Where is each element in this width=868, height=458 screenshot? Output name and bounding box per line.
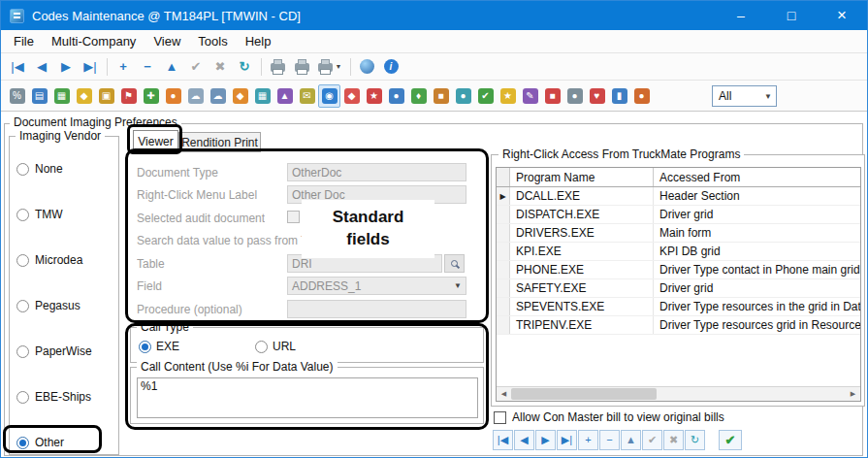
table-row[interactable]: DRIVERS.EXEMain form xyxy=(497,224,860,243)
table-lookup-button[interactable] xyxy=(444,254,465,273)
cloud-icon[interactable]: ☁ xyxy=(184,84,207,108)
grid-delete-icon[interactable]: − xyxy=(599,430,620,450)
vendor-option-paperwise[interactable]: PaperWise xyxy=(16,344,92,359)
add-code-icon[interactable]: ✚ xyxy=(140,84,162,108)
maximize-button[interactable]: □ xyxy=(766,1,817,30)
refresh-icon[interactable]: ↻ xyxy=(233,55,256,79)
cancel-edit-icon[interactable]: ✖ xyxy=(209,55,232,79)
vendor-option-pegasus[interactable]: Pegasus xyxy=(16,298,80,313)
report-icon[interactable]: ▤ xyxy=(28,84,50,108)
vendor-option-ebe-ships[interactable]: EBE-Ships xyxy=(16,389,91,405)
percent-icon[interactable]: % xyxy=(6,84,28,108)
edit-record-icon[interactable]: ▲ xyxy=(160,55,183,79)
approve-icon[interactable]: ✔ xyxy=(474,84,497,108)
document-imaging-icon[interactable]: ◉ xyxy=(318,84,340,108)
table-row[interactable]: KPI.EXEKPI DB grid xyxy=(497,243,860,261)
scrollbar-track[interactable] xyxy=(511,387,846,401)
print-preview-icon[interactable] xyxy=(290,55,313,79)
grid-post-icon[interactable]: ✔ xyxy=(642,430,662,450)
table-row[interactable]: DISPATCH.EXEDriver grid xyxy=(497,206,860,224)
vendor-option-none[interactable]: None xyxy=(16,161,63,177)
minimize-button[interactable]: – xyxy=(716,1,766,30)
globe-icon[interactable]: ● xyxy=(385,84,407,108)
nav-next-icon[interactable]: ▶ xyxy=(54,55,78,79)
table-row[interactable]: SAFETY.EXEDriver grid xyxy=(497,279,860,298)
call-type-option-exe[interactable]: EXE xyxy=(139,339,179,354)
tab-viewer[interactable]: Viewer xyxy=(133,130,178,152)
scroll-left-icon[interactable]: ◀ xyxy=(497,387,511,401)
flag-icon[interactable]: ⚑ xyxy=(117,84,140,108)
table-row[interactable]: SPEVENTS.EXEDriver Type resources in the… xyxy=(497,298,860,316)
about-icon[interactable]: i xyxy=(379,55,402,79)
menu-item-view[interactable]: View xyxy=(145,30,189,52)
grid-last-icon[interactable]: ▶| xyxy=(557,430,577,450)
grid-next-icon[interactable]: ▶ xyxy=(535,430,556,450)
program-name-header[interactable]: Program Name xyxy=(510,168,654,186)
chart-icon[interactable]: ▲ xyxy=(273,84,296,108)
row-marker-cell xyxy=(497,298,510,315)
pin-icon[interactable]: ★ xyxy=(363,84,385,108)
vendor-option-other[interactable]: Other xyxy=(16,435,64,450)
vendor-option-tmw[interactable]: TMW xyxy=(16,207,63,222)
table-row[interactable]: ▶DCALL.EXEHeader Section xyxy=(497,187,860,206)
menu-item-tools[interactable]: Tools xyxy=(189,30,236,52)
accessed-from-header[interactable]: Accessed From xyxy=(654,168,860,186)
nav-last-icon[interactable]: ▶| xyxy=(79,55,102,79)
grid-cancel-icon[interactable]: ✖ xyxy=(663,430,684,450)
grid-insert-icon[interactable]: + xyxy=(578,430,598,450)
audit-document-checkbox[interactable] xyxy=(287,211,300,223)
wrench-icon[interactable]: ◆ xyxy=(229,84,251,108)
table-row[interactable]: TRIPENV.EXEDriver Type resources grid in… xyxy=(497,316,860,335)
heart-icon[interactable]: ♥ xyxy=(586,84,608,108)
insert-record-icon[interactable]: + xyxy=(112,55,135,79)
call-type-groupbox: Call Type EXEURL xyxy=(130,327,484,363)
post-edit-icon[interactable]: ✔ xyxy=(184,55,208,79)
document-type-input[interactable] xyxy=(287,163,466,181)
tag-icon[interactable]: ◆ xyxy=(340,84,363,108)
green-check-icon: ✔ xyxy=(725,433,736,447)
horizontal-scrollbar[interactable]: ◀ ▶ xyxy=(497,386,860,401)
print-options-icon[interactable]: ▼ xyxy=(314,55,345,79)
star-icon[interactable]: ★ xyxy=(497,84,519,108)
menu-item-file[interactable]: File xyxy=(5,30,43,52)
leaf-icon[interactable]: ♦ xyxy=(407,84,430,108)
call-type-option-url[interactable]: URL xyxy=(255,339,296,354)
module-filter-dropdown[interactable]: All ▼ xyxy=(712,85,777,107)
shield-icon[interactable]: ◆ xyxy=(73,84,95,108)
bell-icon[interactable]: ● xyxy=(162,84,184,108)
sphere-icon[interactable]: ● xyxy=(630,84,653,108)
menu-item-multi-company[interactable]: Multi-Company xyxy=(43,30,145,52)
gear-icon[interactable]: ● xyxy=(563,84,586,108)
grid-refresh-icon[interactable]: ↻ xyxy=(685,430,705,450)
close-button[interactable]: × xyxy=(817,1,867,30)
grid-first-icon[interactable]: |◀ xyxy=(493,430,513,450)
database-icon[interactable]: ▮ xyxy=(608,84,630,108)
edit-pencil-icon[interactable]: ✎ xyxy=(519,84,541,108)
print-icon[interactable] xyxy=(266,55,289,79)
call-content-textarea[interactable]: %1 xyxy=(137,377,478,418)
table-row[interactable]: PHONE.EXEDriver Type contact in Phone ma… xyxy=(497,261,860,279)
delete-record-icon[interactable]: − xyxy=(136,55,159,79)
nav-first-icon[interactable]: |◀ xyxy=(6,55,29,79)
tab-rendition-print[interactable]: Rendition Print xyxy=(178,132,261,152)
cloud-upload-icon[interactable]: ☁ xyxy=(207,84,229,108)
procedure-input[interactable] xyxy=(287,300,466,318)
grid-prior-icon[interactable]: ◀ xyxy=(514,430,534,450)
lock-icon[interactable]: ▣ xyxy=(95,84,117,108)
field-dropdown[interactable]: ADDRESS_1 ▼ xyxy=(287,277,466,295)
schedule-icon[interactable]: ▦ xyxy=(50,84,73,108)
scrollbar-thumb[interactable] xyxy=(511,388,657,400)
planner-icon[interactable]: ▦ xyxy=(251,84,273,108)
nav-prior-icon[interactable]: ◀ xyxy=(30,55,53,79)
clock-icon[interactable]: ● xyxy=(452,84,474,108)
menu-item-help[interactable]: Help xyxy=(237,30,280,52)
vendor-option-microdea[interactable]: Microdea xyxy=(16,252,82,268)
apply-button[interactable]: ✔ xyxy=(719,430,742,450)
mail-icon[interactable]: ✉ xyxy=(296,84,318,108)
package-icon[interactable]: ■ xyxy=(430,84,452,108)
web-link-icon[interactable] xyxy=(355,55,378,79)
truck-icon[interactable]: ■ xyxy=(541,84,563,108)
scroll-right-icon[interactable]: ▶ xyxy=(846,387,860,401)
grid-edit-icon[interactable]: ▲ xyxy=(621,430,641,450)
allow-con-master-checkbox[interactable] xyxy=(494,411,506,424)
